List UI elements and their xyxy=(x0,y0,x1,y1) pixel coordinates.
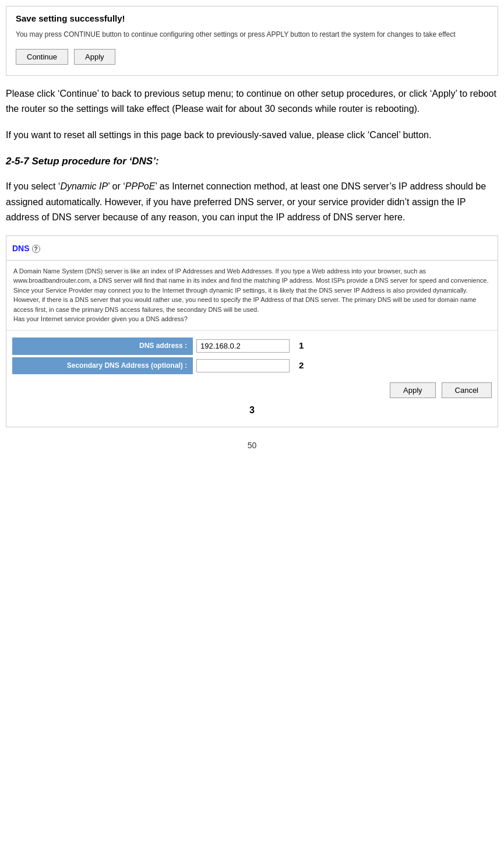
main-content: Please click ‘Continue’ to back to previ… xyxy=(0,76,504,464)
secondary-dns-row: Secondary DNS Address (optional) : 2 xyxy=(12,357,492,375)
page-number: 50 xyxy=(6,439,498,458)
secondary-dns-label: Secondary DNS Address (optional) : xyxy=(12,357,193,375)
secondary-dns-input[interactable] xyxy=(196,359,290,372)
p3-dynamic: Dynamic IP xyxy=(60,181,108,191)
p3-pppoe: PPPoE xyxy=(125,181,156,191)
dns-form: DNS address : 1 Secondary DNS Address (o… xyxy=(6,330,498,427)
dns-panel: DNS ? A Domain Name System (DNS) server … xyxy=(6,235,498,427)
dns-address-input[interactable] xyxy=(196,339,290,353)
dns-address-label: DNS address : xyxy=(12,337,193,355)
p3-start: If you select ‘ xyxy=(6,181,60,191)
form-buttons: Apply Cancel xyxy=(12,382,492,398)
help-icon[interactable]: ? xyxy=(32,245,40,253)
dns-panel-label: DNS ? xyxy=(12,242,40,255)
continue-button[interactable]: Continue xyxy=(16,49,68,65)
paragraph-2: If you want to reset all settings in thi… xyxy=(6,128,498,143)
dns-description: A Domain Name System (DNS) server is lik… xyxy=(6,261,498,330)
paragraph-3: If you select ‘Dynamic IP’ or ‘PPPoE’ as… xyxy=(6,179,498,225)
row-number-1: 1 xyxy=(299,339,304,353)
p3-middle1: ’ or ‘ xyxy=(108,181,125,191)
dns-address-row: DNS address : 1 xyxy=(12,337,492,355)
save-buttons: Continue Apply xyxy=(16,49,488,65)
section-title: 2-5-7 Setup procedure for ‘DNS’: xyxy=(6,153,498,170)
paragraph-1: Please click ‘Continue’ to back to previ… xyxy=(6,86,498,117)
dns-address-input-cell: 1 xyxy=(193,337,307,354)
number-3-label: 3 xyxy=(12,403,492,418)
apply-bottom-button[interactable]: Apply xyxy=(390,382,436,398)
row-number-2: 2 xyxy=(299,358,304,373)
save-description: You may press CONTINUE button to continu… xyxy=(16,29,488,40)
dns-panel-header: DNS ? xyxy=(6,236,498,260)
dns-description-text: A Domain Name System (DNS) server is lik… xyxy=(13,268,488,323)
secondary-dns-input-cell: 2 xyxy=(193,357,307,374)
cancel-button[interactable]: Cancel xyxy=(442,382,492,398)
save-title: Save setting successfully! xyxy=(16,13,488,23)
apply-top-button[interactable]: Apply xyxy=(74,49,115,65)
save-settings-box: Save setting successfully! You may press… xyxy=(6,6,498,76)
